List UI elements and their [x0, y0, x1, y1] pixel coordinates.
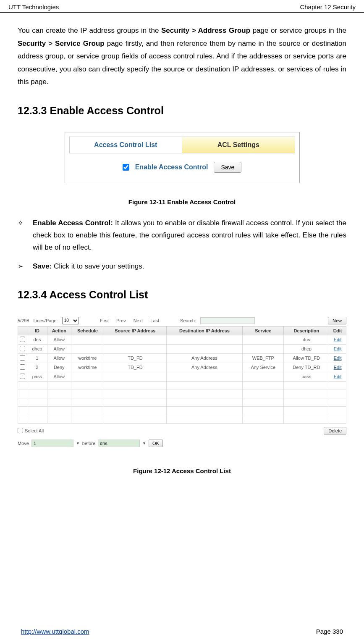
arrow-bullet-icon: ➢ [18, 261, 33, 273]
cell-dest: Any Address [166, 363, 242, 372]
before-label: before [82, 441, 95, 446]
move-source-input[interactable] [31, 440, 73, 447]
tab-acl-settings[interactable]: ACL Settings [182, 137, 295, 153]
enable-row: Enable Access Control Save [69, 153, 295, 173]
cell-source [104, 372, 167, 381]
cell-schedule: worktime [71, 353, 104, 363]
cell-desc: dhcp [284, 344, 329, 353]
cell-action: Allow [47, 344, 71, 353]
section-heading-1233: 12.3.3 Enable Access Control [18, 105, 346, 117]
pager-last[interactable]: Last [150, 318, 159, 323]
edit-link[interactable]: Edit [334, 374, 342, 379]
col-id: ID [27, 326, 47, 335]
select-all-label[interactable]: Select All [18, 428, 44, 433]
pager-first[interactable]: First [100, 318, 109, 323]
cell-id: pass [27, 372, 47, 381]
cell-id: dns [27, 335, 47, 344]
figure-12-12-caption: Figure 12-12 Access Control List [18, 467, 346, 474]
edit-link[interactable]: Edit [334, 365, 342, 370]
cell-id: dhcp [27, 344, 47, 353]
cell-service [243, 372, 284, 381]
para-bold: Security > Service Group [18, 40, 105, 47]
cell-service [243, 335, 284, 344]
cell-source: TD_FD [104, 353, 167, 363]
lines-per-page-select[interactable]: 10 [62, 317, 79, 324]
header-left: UTT Technologies [8, 3, 59, 11]
cell-action: Allow [47, 353, 71, 363]
select-all-checkbox[interactable] [18, 428, 23, 433]
enable-access-control-checkbox[interactable] [123, 164, 129, 171]
page-header: UTT Technologies Chapter 12 Security [0, 0, 364, 13]
edit-link[interactable]: Edit [334, 337, 342, 342]
tab-access-control-list[interactable]: Access Control List [70, 137, 183, 153]
select-all-text: Select All [25, 428, 44, 433]
acl-bottom-row: Select All Delete [18, 424, 346, 435]
row-checkbox[interactable] [20, 337, 25, 342]
acl-table: ID Action Schedule Source IP Address Des… [18, 326, 346, 424]
row-checkbox[interactable] [20, 374, 25, 379]
record-count: 5/298 [18, 318, 29, 323]
footer-page-number: Page 330 [316, 628, 343, 635]
lines-per-page-label: Lines/Page: [34, 318, 58, 323]
move-target-input[interactable] [98, 440, 140, 447]
cell-action: Allow [47, 372, 71, 381]
page-footer: http://www.uttglobal.com Page 330 [0, 626, 364, 635]
acl-toolbar: 5/298 Lines/Page: 10 First Prev Next Las… [18, 316, 346, 325]
bullet-text: Save: Click it to save your settings. [33, 261, 144, 273]
cell-source [104, 335, 167, 344]
table-row: 2DenyworktimeTD_FDAny AddressAny Service… [18, 363, 346, 372]
cell-desc: Allow TD_FD [284, 353, 329, 363]
pager-next[interactable]: Next [134, 318, 143, 323]
row-checkbox[interactable] [20, 346, 25, 351]
diamond-bullet-icon: ✧ [18, 217, 33, 254]
save-button[interactable]: Save [214, 162, 241, 173]
tab-row: Access Control List ACL Settings [69, 137, 295, 153]
col-description: Description [284, 326, 329, 335]
cell-schedule [71, 344, 104, 353]
figure-12-11-caption: Figure 12-11 Enable Access Control [18, 198, 346, 205]
cell-schedule [71, 335, 104, 344]
cell-service: WEB_FTP [243, 353, 284, 363]
col-schedule: Schedule [71, 326, 104, 335]
edit-link[interactable]: Edit [334, 356, 342, 361]
intro-paragraph: You can create the IP address groups in … [18, 24, 346, 89]
table-row [18, 406, 346, 415]
cell-service [243, 344, 284, 353]
dropdown-icon[interactable]: ▼ [76, 441, 80, 445]
ok-button[interactable]: OK [149, 440, 163, 447]
para-text: page or service groups in the [250, 26, 346, 34]
section-heading-1234: 12.3.4 Access Control List [18, 289, 346, 301]
col-source-ip: Source IP Address [104, 326, 167, 335]
cell-service: Any Service [243, 363, 284, 372]
pager-prev[interactable]: Prev [116, 318, 126, 323]
enable-access-control-label: Enable Access Control [135, 163, 208, 171]
row-checkbox[interactable] [20, 355, 25, 361]
footer-url[interactable]: http://www.uttglobal.com [21, 628, 89, 635]
delete-button[interactable]: Delete [324, 427, 346, 435]
bullet-save: ➢ Save: Click it to save your settings. [18, 261, 346, 273]
cell-schedule: worktime [71, 363, 104, 372]
cell-desc: Deny TD_RD [284, 363, 329, 372]
bullet-text: Enable Access Control: It allows you to … [33, 217, 346, 254]
search-input[interactable] [200, 317, 255, 324]
table-header-row: ID Action Schedule Source IP Address Des… [18, 326, 346, 335]
table-row [18, 415, 346, 423]
table-row: 1AllowworktimeTD_FDAny AddressWEB_FTPAll… [18, 353, 346, 363]
bullet-body: Click it to save your settings. [52, 262, 144, 270]
cell-source: TD_FD [104, 363, 167, 372]
dropdown-icon[interactable]: ▼ [142, 441, 146, 445]
cell-dest: Any Address [166, 353, 242, 363]
move-label: Move [18, 441, 29, 446]
cell-schedule [71, 372, 104, 381]
figure-12-11: Access Control List ACL Settings Enable … [18, 132, 346, 198]
table-row [18, 398, 346, 406]
col-service: Service [243, 326, 284, 335]
cell-desc: pass [284, 372, 329, 381]
cell-dest [166, 344, 242, 353]
edit-link[interactable]: Edit [334, 346, 342, 351]
row-checkbox[interactable] [20, 364, 25, 370]
table-row [18, 381, 346, 390]
cell-dest [166, 372, 242, 381]
new-button[interactable]: New [328, 317, 346, 324]
pager: First Prev Next Last [100, 318, 159, 323]
